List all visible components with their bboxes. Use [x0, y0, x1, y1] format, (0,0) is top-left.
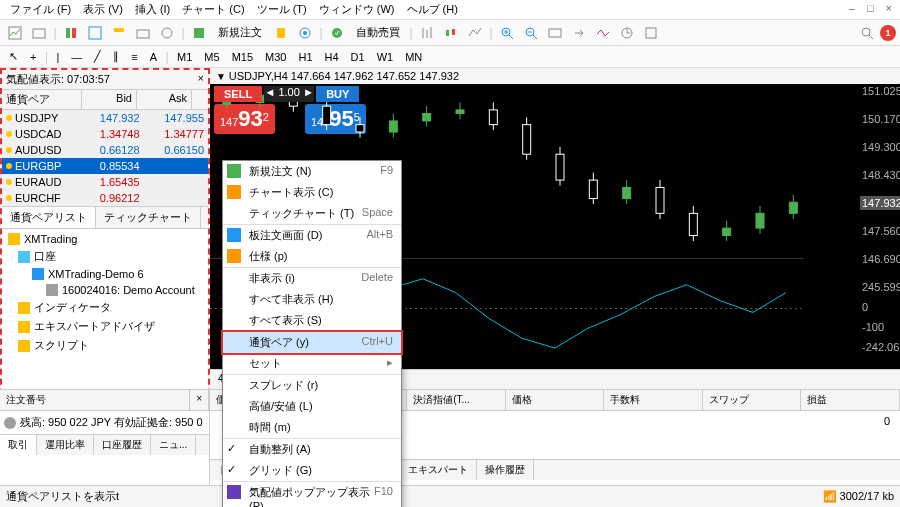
col-bid[interactable]: Bid: [82, 90, 137, 109]
nav-experts[interactable]: エキスパートアドバイザ: [4, 317, 206, 336]
periods-icon[interactable]: [616, 22, 638, 44]
menu-view[interactable]: 表示 (V): [77, 0, 129, 19]
nav-account[interactable]: 160024016: Demo Account: [4, 282, 206, 298]
mw-row-EURGBP[interactable]: EURGBP0.85534: [2, 158, 208, 174]
nav-indicators[interactable]: インディケータ: [4, 298, 206, 317]
max-button[interactable]: □: [863, 2, 878, 14]
metaeditor-icon[interactable]: [270, 22, 292, 44]
ctx-y[interactable]: 通貨ペア (y)Ctrl+U: [221, 330, 403, 355]
ctx-P[interactable]: 気配値ポップアップ表示 (P)F10: [223, 482, 401, 507]
nav-accounts[interactable]: 口座: [4, 247, 206, 266]
datawindow-icon[interactable]: [84, 22, 106, 44]
tf-h4[interactable]: H4: [320, 49, 344, 65]
options-icon[interactable]: [294, 22, 316, 44]
fibo-icon[interactable]: ≡: [126, 49, 142, 65]
term-tab-history[interactable]: 口座履歴: [94, 435, 151, 455]
linechart-icon[interactable]: [464, 22, 486, 44]
zoomin-icon[interactable]: [496, 22, 518, 44]
close-button[interactable]: ×: [882, 2, 896, 14]
indicators-icon[interactable]: [592, 22, 614, 44]
term-rtab-4[interactable]: 操作履歴: [477, 460, 534, 480]
crosshair-icon[interactable]: +: [25, 49, 41, 65]
ctx-L[interactable]: 高値/安値 (L): [223, 396, 401, 417]
tf-m1[interactable]: M1: [172, 49, 197, 65]
menu-help[interactable]: ヘルプ (H): [401, 0, 464, 19]
navigator-icon[interactable]: [108, 22, 130, 44]
ctx-r[interactable]: スプレッド (r): [223, 375, 401, 396]
menu-insert[interactable]: 挿入 (I): [129, 0, 176, 19]
tf-m15[interactable]: M15: [227, 49, 258, 65]
mw-tab-tick[interactable]: ティックチャート: [96, 207, 201, 228]
neworder-label[interactable]: 新規注文: [212, 25, 268, 40]
menu-chart[interactable]: チャート (C): [176, 0, 250, 19]
neworder-icon[interactable]: [188, 22, 210, 44]
cursor-icon[interactable]: ↖: [4, 48, 23, 65]
autotrade-label[interactable]: 自動売買: [350, 25, 406, 40]
ctx-N[interactable]: 新規注文 (N)F9: [223, 161, 401, 182]
vline-icon[interactable]: |: [51, 49, 64, 65]
buy-button[interactable]: BUY: [316, 86, 359, 102]
min-button[interactable]: –: [845, 2, 859, 14]
mw-close-icon[interactable]: ×: [198, 72, 204, 87]
text-icon[interactable]: A: [145, 49, 162, 65]
svg-rect-50: [523, 125, 531, 155]
search-icon[interactable]: [856, 22, 878, 44]
col-ask[interactable]: Ask: [137, 90, 192, 109]
candlechart-icon[interactable]: [440, 22, 462, 44]
mw-row-EURCHF[interactable]: EURCHF0.96212: [2, 190, 208, 206]
term-tab-exposure[interactable]: 運用比率: [37, 435, 94, 455]
mw-row-AUDUSD[interactable]: AUDUSD0.661280.66150: [2, 142, 208, 158]
tf-mn[interactable]: MN: [400, 49, 427, 65]
ctx-A[interactable]: ✓自動整列 (A): [223, 439, 401, 460]
menu-tools[interactable]: ツール (T): [251, 0, 313, 19]
profile-icon[interactable]: [28, 22, 50, 44]
new-chart-icon[interactable]: [4, 22, 26, 44]
templates-icon[interactable]: [640, 22, 662, 44]
tf-h1[interactable]: H1: [293, 49, 317, 65]
channel-icon[interactable]: ∥: [108, 48, 124, 65]
mw-tab-list[interactable]: 通貨ペアリスト: [2, 207, 96, 228]
ctx-S[interactable]: すべて表示 (S): [223, 310, 401, 332]
mw-row-USDCAD[interactable]: USDCAD1.347481.34777: [2, 126, 208, 142]
sell-button[interactable]: SELL: [214, 86, 262, 102]
ctx-T[interactable]: ティックチャート (T)Space: [223, 203, 401, 225]
marketwatch-icon[interactable]: [60, 22, 82, 44]
term-col-order[interactable]: 注文番号: [0, 390, 190, 410]
autoscroll-icon[interactable]: [544, 22, 566, 44]
tf-m5[interactable]: M5: [199, 49, 224, 65]
ctx-m[interactable]: 時間 (m): [223, 417, 401, 439]
term-rtab-3[interactable]: エキスパート: [400, 460, 477, 480]
ctx-C[interactable]: チャート表示 (C): [223, 182, 401, 203]
term-tab-trade[interactable]: 取引: [0, 435, 37, 455]
term-close-icon[interactable]: ×: [190, 390, 209, 410]
ctx-p[interactable]: 仕様 (p): [223, 246, 401, 268]
volume-input[interactable]: ◄ 1.00 ►: [264, 86, 314, 102]
strategy-icon[interactable]: [156, 22, 178, 44]
barchart-icon[interactable]: [416, 22, 438, 44]
hline-icon[interactable]: —: [66, 49, 87, 65]
nav-server[interactable]: XMTrading-Demo 6: [4, 266, 206, 282]
term-tab-news[interactable]: ニュ...: [151, 435, 196, 455]
shift-icon[interactable]: [568, 22, 590, 44]
nav-scripts[interactable]: スクリプト: [4, 336, 206, 355]
col-symbol[interactable]: 通貨ペア: [2, 90, 82, 109]
menu-window[interactable]: ウィンドウ (W): [313, 0, 401, 19]
menu-file[interactable]: ファイル (F): [4, 0, 77, 19]
autotrade-icon[interactable]: [326, 22, 348, 44]
ctx-D[interactable]: 板注文画面 (D)Alt+B: [223, 225, 401, 246]
tf-m30[interactable]: M30: [260, 49, 291, 65]
tf-d1[interactable]: D1: [346, 49, 370, 65]
ctx-i[interactable]: 非表示 (i)Delete: [223, 268, 401, 289]
ctx-[interactable]: セット▸: [223, 353, 401, 375]
trendline-icon[interactable]: ╱: [89, 48, 106, 65]
mw-row-USDJPY[interactable]: USDJPY147.932147.955: [2, 110, 208, 126]
ctx-G[interactable]: ✓グリッド (G): [223, 460, 401, 482]
terminal-icon[interactable]: [132, 22, 154, 44]
alert-badge[interactable]: 1: [880, 25, 896, 41]
tf-w1[interactable]: W1: [372, 49, 399, 65]
ctx-H[interactable]: すべて非表示 (H): [223, 289, 401, 310]
nav-root[interactable]: XMTrading: [4, 231, 206, 247]
toolbar-main: | | 新規注文 | 自動売買 | | 1: [0, 20, 900, 46]
zoomout-icon[interactable]: [520, 22, 542, 44]
mw-row-EURAUD[interactable]: EURAUD1.65435: [2, 174, 208, 190]
